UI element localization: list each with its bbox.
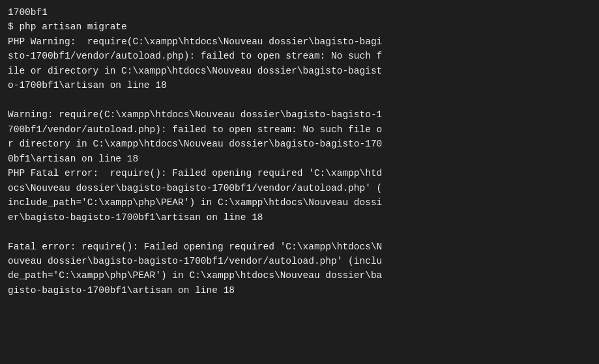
- php-warning-line-1: PHP Warning: require(C:\xampp\htdocs\Nou…: [8, 35, 591, 49]
- php-warning-line-3: ile or directory in C:\xampp\htdocs\Nouv…: [8, 64, 591, 78]
- fatal2-line-3: de_path='C:\xampp\php\PEAR') in C:\xampp…: [8, 268, 591, 283]
- blank-line-1: [8, 93, 591, 107]
- warning-line-3: r directory in C:\xampp\htdocs\Nouveau d…: [8, 137, 591, 151]
- fatal-line-1: PHP Fatal error: require(): Failed openi…: [8, 166, 591, 180]
- fatal-line-4: er\bagisto-bagisto-1700bf1\artisan on li…: [8, 210, 591, 225]
- fatal2-line-2: ouveau dossier\bagisto-bagisto-1700bf1/v…: [8, 254, 591, 268]
- fatal-line-2: ocs\Nouveau dossier\bagisto-bagisto-1700…: [8, 181, 591, 195]
- warning-line-2: 700bf1/vendor/autoload.php): failed to o…: [8, 122, 591, 137]
- blank-line-2: [8, 225, 591, 239]
- warning-line-4: 0bf1\artisan on line 18: [8, 152, 591, 166]
- command-prompt: $ php artisan migrate: [8, 20, 591, 34]
- php-warning-line-2: sto-1700bf1/vendor/autoload.php): failed…: [8, 49, 591, 63]
- fatal-line-3: include_path='C:\xampp\php\PEAR') in C:\…: [8, 195, 591, 210]
- fatal2-line-4: gisto-bagisto-1700bf1\artisan on line 18: [8, 283, 591, 298]
- path-header: 1700bf1: [8, 5, 591, 20]
- php-warning-line-4: o-1700bf1\artisan on line 18: [8, 78, 591, 92]
- terminal-window: 1700bf1 $ php artisan migrate PHP Warnin…: [0, 0, 599, 364]
- warning-line-1: Warning: require(C:\xampp\htdocs\Nouveau…: [8, 107, 591, 122]
- fatal2-line-1: Fatal error: require(): Failed opening r…: [8, 240, 591, 254]
